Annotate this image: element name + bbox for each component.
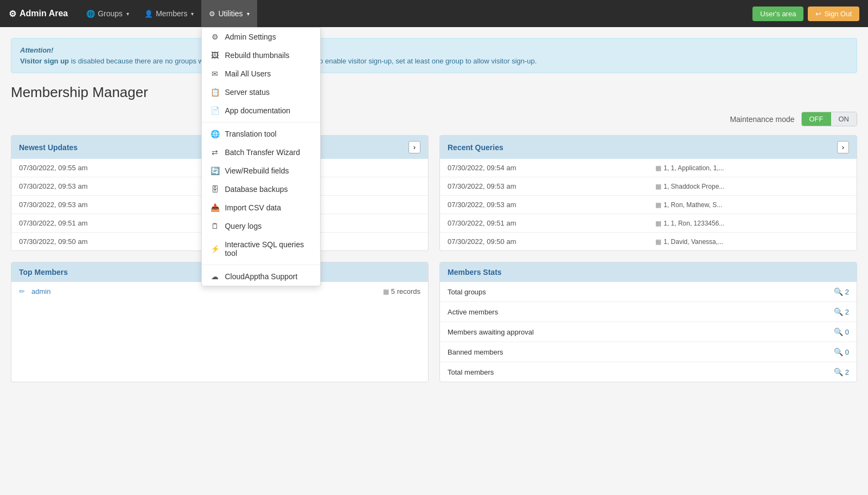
utilities-dropdown: ⚙ Admin Settings 🖼 Rebuild thumbnails ✉ … [201,27,321,286]
cell-data: ▦1, David, Vanessa,... [648,233,857,251]
members-stats-header: Members Stats [440,262,857,282]
users-area-button[interactable]: User's area [752,7,803,21]
table-row: 07/30/2022, 09:54 am ▦1, 1, Application,… [440,159,857,177]
cell-data: ▦1, Ron, Mathew, S... [648,196,857,214]
menu-item-mail-all-users[interactable]: ✉ Mail All Users [202,65,320,83]
stats-row: Total groups 🔍 2 [440,282,857,302]
cell-date: 07/30/2022, 09:50 am [11,233,219,251]
stats-value-cell: 🔍 2 [760,282,857,302]
alert-title: Attention! [20,46,53,54]
menu-label: Rebuild thumbnails [225,51,289,60]
menu-item-import-csv[interactable]: 📥 Import CSV data [202,198,320,217]
menu-item-view-rebuild-fields[interactable]: 🔄 View/Rebuild fields [202,162,320,180]
edit-icon: ✏ [19,287,25,295]
main-content: Attention! Visitor sign up is disabled b… [0,27,868,393]
search-icon[interactable]: 🔍 [834,327,843,336]
cell-date: 07/30/2022, 09:51 am [11,214,219,233]
signout-label: Sign Out [824,10,852,18]
attention-alert: Attention! Visitor sign up is disabled b… [11,38,857,73]
divider [202,265,320,265]
cell-data: ▦1, 1, Ron, 1233456... [648,214,857,233]
menu-item-translation-tool[interactable]: 🌐 Translation tool [202,125,320,143]
search-icon[interactable]: 🔍 [834,368,843,376]
nav-groups-label: Groups [98,9,123,18]
menu-item-interactive-sql[interactable]: ⚡ Interactive SQL queries tool [202,235,320,262]
stats-value-num: 2 [845,368,849,376]
chevron-down-icon: ▾ [247,11,250,17]
newest-updates-nav-button[interactable]: › [409,141,420,153]
top-members-title: Top Members [19,268,68,277]
brand-icon: ⚙ [9,9,16,19]
menu-label: Admin Settings [225,33,276,41]
navbar: ⚙ Admin Area 🌐 Groups ▾ 👤 Members ▾ ⚙ Ut… [0,0,868,27]
cell-date: 07/30/2022, 09:53 am [440,177,648,196]
menu-item-app-documentation[interactable]: 📄 App documentation [202,101,320,120]
doc-icon: 📄 [210,106,219,115]
sql-icon: ⚡ [210,245,219,253]
stats-row: Members awaiting approval 🔍 0 [440,322,857,342]
stats-value-num: 2 [845,288,849,296]
table-row: 07/30/2022, 09:50 am ▦1, David, Vanessa,… [440,233,857,251]
stats-row: Banned members 🔍 0 [440,342,857,362]
toggle-on-button[interactable]: ON [831,112,857,126]
transfer-icon: ⇄ [210,148,219,157]
menu-label: Interactive SQL queries tool [225,240,311,258]
menu-label: Server status [225,88,269,97]
menu-label: View/Rebuild fields [225,166,289,175]
stats-label: Members awaiting approval [440,322,760,342]
stats-value-cell: 🔍 0 [760,342,857,362]
gear-icon: ⚙ [209,10,215,18]
stats-label: Total members [440,362,760,382]
person-icon: 👤 [144,10,153,18]
navbar-right: User's area ↩ Sign Out [752,7,859,21]
toggle-off-button[interactable]: OFF [802,112,831,126]
nav-groups[interactable]: 🌐 Groups ▾ [79,0,137,27]
menu-item-admin-settings[interactable]: ⚙ Admin Settings [202,28,320,46]
menu-item-batch-transfer[interactable]: ⇄ Batch Transfer Wizard [202,143,320,162]
recent-queries-nav-button[interactable]: › [837,141,849,153]
nav-utilities[interactable]: ⚙ Utilities ▾ [201,0,257,27]
brand-label: Admin Area [20,9,68,18]
menu-item-database-backups[interactable]: 🗄 Database backups [202,180,320,198]
signout-button[interactable]: ↩ Sign Out [808,7,859,21]
cell-date: 07/30/2022, 09:54 am [440,159,648,177]
recent-queries-card: Recent Queries › 07/30/2022, 09:54 am ▦1… [439,135,857,251]
chevron-down-icon: ▾ [191,11,194,17]
utilities-wrapper: ⚙ Utilities ▾ ⚙ Admin Settings 🖼 Rebuild… [201,0,257,27]
cell-date: 07/30/2022, 09:53 am [11,177,219,196]
menu-label: CloudApptha Support [225,272,297,281]
nav-members-label: Members [156,9,187,18]
stats-value-cell: 🔍 0 [760,322,857,342]
stats-row: Total members 🔍 2 [440,362,857,382]
menu-label: Batch Transfer Wizard [225,148,300,157]
image-icon: 🖼 [210,51,219,60]
search-icon[interactable]: 🔍 [834,287,843,296]
database-icon: 🗄 [210,185,219,194]
member-name[interactable]: admin [31,287,376,295]
menu-item-rebuild-thumbnails[interactable]: 🖼 Rebuild thumbnails [202,46,320,65]
cell-date: 07/30/2022, 09:51 am [440,214,648,233]
stats-value-num: 0 [845,348,849,356]
member-records: ▦ 5 records [383,287,420,295]
nav-members[interactable]: 👤 Members ▾ [137,0,201,27]
bottom-grid: Top Members ✏ admin ▦ 5 records Members … [11,262,857,382]
globe-icon: 🌐 [86,10,95,18]
search-icon[interactable]: 🔍 [834,307,843,316]
menu-item-cloudapptha-support[interactable]: ☁ CloudApptha Support [202,267,320,286]
stats-value-num: 2 [845,308,849,316]
members-stats-body: Total groups 🔍 2 Active members [440,282,857,382]
stats-label: Active members [440,302,760,322]
menu-item-server-status[interactable]: 📋 Server status [202,83,320,101]
server-icon: 📋 [210,88,219,97]
page-title: Membership Manager [11,84,857,101]
dashboard-grid: Newest Updates › 07/30/2022, 09:55 am ▦1… [11,135,857,251]
cloud-icon: ☁ [210,272,219,281]
menu-item-query-logs[interactable]: 🗒 Query logs [202,217,320,235]
search-icon[interactable]: 🔍 [834,348,843,356]
stats-label: Total groups [440,282,760,302]
recent-queries-header: Recent Queries › [440,136,857,159]
brand[interactable]: ⚙ Admin Area [9,9,68,19]
newest-updates-title: Newest Updates [19,143,78,152]
members-stats-card: Members Stats Total groups 🔍 2 [439,262,857,382]
stats-value-cell: 🔍 2 [760,362,857,382]
